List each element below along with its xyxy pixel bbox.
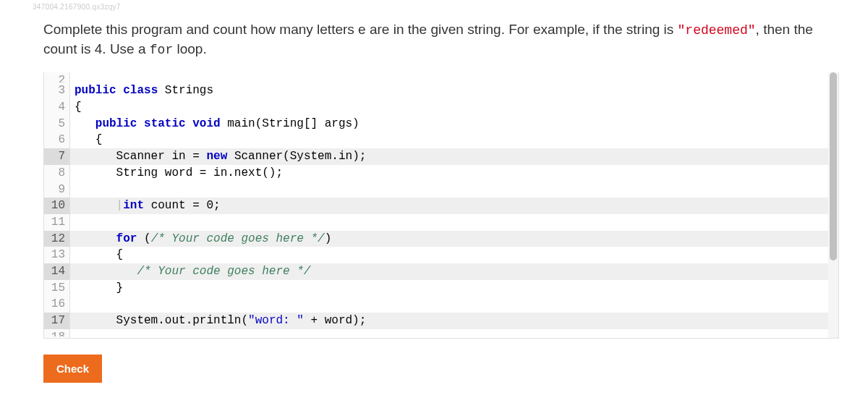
line-number: 2 xyxy=(44,72,69,82)
code-token: = xyxy=(192,166,213,179)
instr-part4: loop. xyxy=(173,41,206,56)
code-token xyxy=(75,166,116,179)
code-token: ); xyxy=(352,150,366,163)
code-token: word xyxy=(325,314,352,327)
code-line[interactable]: public class Strings xyxy=(70,82,838,99)
code-line[interactable] xyxy=(70,72,838,82)
code-token: Scanner xyxy=(116,150,165,163)
code-token: /* Your code goes here */ xyxy=(151,232,325,245)
code-token xyxy=(75,117,95,130)
line-number: 9 xyxy=(44,182,69,198)
code-line[interactable] xyxy=(70,329,838,336)
code-token: } xyxy=(75,281,123,294)
code-line[interactable]: public static void main(String[] args) xyxy=(70,116,838,132)
code-token: ; xyxy=(213,199,221,212)
code-token: out xyxy=(165,314,186,327)
code-token xyxy=(116,84,124,97)
code-token: for xyxy=(116,232,137,245)
code-line[interactable]: for (/* Your code goes here */) xyxy=(70,231,838,247)
line-number: 15 xyxy=(44,280,69,297)
code-token xyxy=(75,199,116,212)
code-token: = xyxy=(186,199,207,212)
code-token: System xyxy=(290,150,332,163)
code-token: ( xyxy=(283,150,290,163)
line-number-gutter: 23456789101112131415161718 xyxy=(44,72,70,338)
code-token: args xyxy=(325,117,352,130)
code-token: . xyxy=(331,150,339,163)
code-area[interactable]: public class Strings{ public static void… xyxy=(70,72,838,338)
instr-part1: Complete this program and count how many… xyxy=(43,22,358,37)
code-line[interactable]: /* Your code goes here */ xyxy=(70,263,838,280)
code-editor[interactable]: 23456789101112131415161718 public class … xyxy=(43,72,839,339)
code-token: ( xyxy=(241,314,248,327)
code-line[interactable]: } xyxy=(70,280,838,297)
code-token: count xyxy=(151,199,186,212)
code-token: in xyxy=(213,166,227,179)
code-line[interactable]: String word = in.next(); xyxy=(70,165,838,182)
code-token xyxy=(75,265,137,278)
code-line[interactable]: { xyxy=(70,132,838,148)
code-token: (); xyxy=(262,166,283,179)
code-token: String xyxy=(262,117,304,130)
code-token: = xyxy=(186,150,207,163)
code-line[interactable] xyxy=(70,214,838,231)
code-line[interactable]: |int count = 0; xyxy=(70,198,838,214)
code-line[interactable]: System.out.println("word: " + word); xyxy=(70,313,838,329)
exercise-container: Complete this program and count how many… xyxy=(0,0,868,397)
code-token: main xyxy=(227,117,255,130)
line-number: 4 xyxy=(44,99,69,116)
code-token xyxy=(221,117,228,130)
code-token xyxy=(137,117,144,130)
code-token: class xyxy=(123,84,158,97)
code-token: | xyxy=(116,199,124,212)
code-token xyxy=(75,314,116,327)
code-token: System xyxy=(116,314,158,327)
code-token: in xyxy=(339,150,352,163)
line-number: 10 xyxy=(44,198,69,214)
code-token: next xyxy=(234,166,262,179)
code-token: { xyxy=(75,248,123,261)
code-token: public xyxy=(95,117,137,130)
code-token: ) xyxy=(325,232,332,245)
line-number: 12 xyxy=(44,231,69,247)
watermark-id: 347004.2167900.qx3zqy7 xyxy=(33,3,121,11)
scrollbar-track[interactable] xyxy=(828,72,838,338)
instr-letter: e xyxy=(358,22,366,37)
code-token xyxy=(158,84,165,97)
code-line[interactable]: { xyxy=(70,99,838,116)
code-token: 0 xyxy=(206,199,213,212)
line-number: 16 xyxy=(44,296,69,313)
code-token: in xyxy=(171,150,185,163)
instr-example: "redeemed" xyxy=(678,23,756,38)
code-token: ); xyxy=(352,314,366,327)
code-token: "word: " xyxy=(248,314,304,327)
code-token xyxy=(186,117,193,130)
code-token: . xyxy=(158,314,165,327)
code-line[interactable] xyxy=(70,182,838,198)
code-token xyxy=(158,166,165,179)
code-line[interactable]: Scanner in = new Scanner(System.in); xyxy=(70,148,838,165)
code-token: public xyxy=(75,84,116,97)
instructions-text: Complete this program and count how many… xyxy=(43,20,839,59)
code-token: . xyxy=(186,314,193,327)
code-token: ( xyxy=(255,117,263,130)
code-token xyxy=(165,150,172,163)
check-button[interactable]: Check xyxy=(43,355,102,383)
code-token: ( xyxy=(137,232,150,245)
code-token xyxy=(75,150,116,163)
line-number: 17 xyxy=(44,313,69,329)
code-token: { xyxy=(75,133,102,146)
code-token xyxy=(144,199,151,212)
code-token: static xyxy=(144,117,186,130)
code-token: . xyxy=(227,166,234,179)
code-token: println xyxy=(192,314,241,327)
code-line[interactable]: { xyxy=(70,247,838,263)
code-token: Scanner xyxy=(234,150,283,163)
line-number: 7 xyxy=(44,148,69,165)
code-line[interactable] xyxy=(70,296,838,313)
scrollbar-thumb[interactable] xyxy=(830,72,837,260)
instr-keyword: for xyxy=(150,43,173,57)
line-number: 8 xyxy=(44,165,69,182)
code-token: int xyxy=(123,199,144,212)
code-token: + xyxy=(304,314,325,327)
